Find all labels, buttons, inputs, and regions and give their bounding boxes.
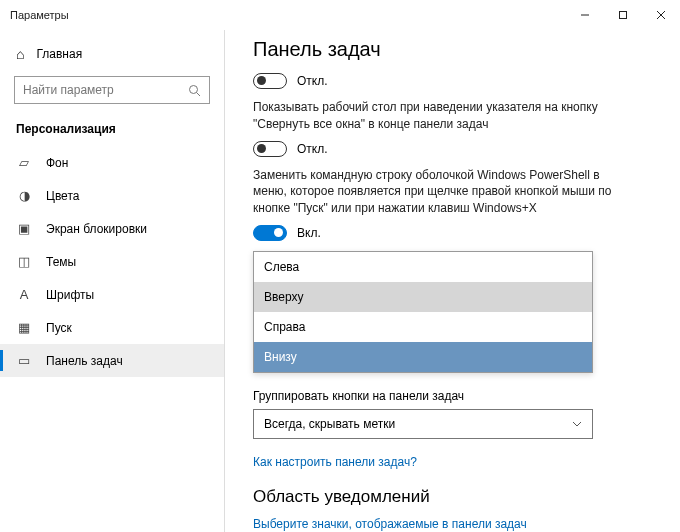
dropdown-option[interactable]: Справа xyxy=(254,312,592,342)
svg-point-4 xyxy=(190,85,198,93)
combo-value: Всегда, скрывать метки xyxy=(264,417,395,431)
home-nav[interactable]: ⌂ Главная xyxy=(0,40,224,68)
sidebar-item-label: Шрифты xyxy=(46,288,94,302)
home-label: Главная xyxy=(36,47,82,61)
sidebar: ⌂ Главная Найти параметр Персонализация … xyxy=(0,30,225,532)
content-area: Панель задач Откл. Показывать рабочий ст… xyxy=(225,30,680,532)
sidebar-item-label: Темы xyxy=(46,255,76,269)
window-controls xyxy=(566,0,680,30)
sidebar-item-label: Пуск xyxy=(46,321,72,335)
select-icons-link[interactable]: Выберите значки, отображаемые в панели з… xyxy=(253,517,652,531)
sidebar-item-fonts[interactable]: A Шрифты xyxy=(0,278,224,311)
sidebar-item-taskbar[interactable]: ▭ Панель задач xyxy=(0,344,224,377)
setting-description: Заменить командную строку оболочкой Wind… xyxy=(253,167,623,217)
search-input[interactable]: Найти параметр xyxy=(14,76,210,104)
image-icon: ▱ xyxy=(16,155,32,170)
titlebar: Параметры xyxy=(0,0,680,30)
sidebar-item-background[interactable]: ▱ Фон xyxy=(0,146,224,179)
svg-line-5 xyxy=(197,92,201,96)
window-title: Параметры xyxy=(10,9,566,21)
sidebar-item-label: Фон xyxy=(46,156,68,170)
sidebar-item-label: Панель задач xyxy=(46,354,123,368)
toggle-switch[interactable] xyxy=(253,141,287,157)
palette-icon: ◑ xyxy=(16,188,32,203)
toggle-switch[interactable] xyxy=(253,225,287,241)
start-icon: ▦ xyxy=(16,320,32,335)
group-buttons-combo[interactable]: Всегда, скрывать метки xyxy=(253,409,593,439)
sidebar-item-colors[interactable]: ◑ Цвета xyxy=(0,179,224,212)
sidebar-item-themes[interactable]: ◫ Темы xyxy=(0,245,224,278)
position-dropdown-open[interactable]: Слева Вверху Справа Внизу xyxy=(253,251,593,373)
page-title: Панель задач xyxy=(253,38,652,61)
lock-icon: ▣ xyxy=(16,221,32,236)
sidebar-item-lockscreen[interactable]: ▣ Экран блокировки xyxy=(0,212,224,245)
dropdown-option[interactable]: Слева xyxy=(254,252,592,282)
group-buttons-label: Группировать кнопки на панели задач xyxy=(253,389,652,403)
font-icon: A xyxy=(16,287,32,302)
sidebar-item-start[interactable]: ▦ Пуск xyxy=(0,311,224,344)
maximize-button[interactable] xyxy=(604,0,642,30)
taskbar-icon: ▭ xyxy=(16,353,32,368)
theme-icon: ◫ xyxy=(16,254,32,269)
sidebar-item-label: Цвета xyxy=(46,189,79,203)
toggle-state: Вкл. xyxy=(297,226,321,240)
search-placeholder: Найти параметр xyxy=(23,83,114,97)
help-link[interactable]: Как настроить панели задач? xyxy=(253,455,652,469)
minimize-button[interactable] xyxy=(566,0,604,30)
chevron-down-icon xyxy=(572,421,582,427)
toggle-switch[interactable] xyxy=(253,73,287,89)
home-icon: ⌂ xyxy=(16,46,24,62)
dropdown-option[interactable]: Внизу xyxy=(254,342,592,372)
close-button[interactable] xyxy=(642,0,680,30)
toggle-state: Откл. xyxy=(297,74,328,88)
svg-rect-1 xyxy=(620,12,627,19)
search-icon xyxy=(188,84,201,97)
category-header: Персонализация xyxy=(0,118,224,146)
setting-description: Показывать рабочий стол при наведении ук… xyxy=(253,99,623,133)
section-notification-area: Область уведомлений xyxy=(253,487,652,507)
toggle-state: Откл. xyxy=(297,142,328,156)
sidebar-item-label: Экран блокировки xyxy=(46,222,147,236)
dropdown-option[interactable]: Вверху xyxy=(254,282,592,312)
